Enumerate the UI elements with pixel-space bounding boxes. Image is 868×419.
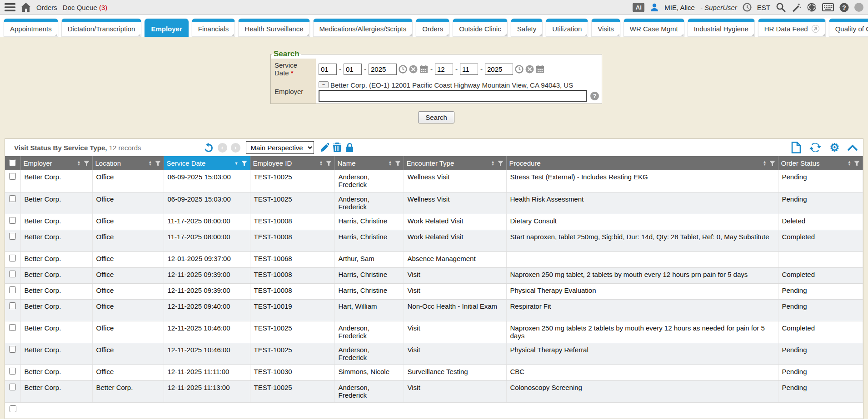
row-checkbox[interactable] (9, 233, 16, 240)
home-icon[interactable] (21, 3, 31, 12)
cell-encounter-type: Surveillance Testing (404, 365, 506, 380)
employer-search-input[interactable] (319, 90, 587, 102)
col-header-order-status[interactable]: Order Status▲▼ (778, 156, 863, 170)
avatar[interactable] (854, 3, 863, 12)
tab-dictation-transcription[interactable]: Dictation/Transcription (61, 19, 142, 37)
breadcrumb-doc-queue[interactable]: Doc Queue (3) (63, 4, 107, 11)
tab-employer[interactable]: Employer (145, 19, 188, 37)
filter-icon[interactable] (84, 161, 90, 166)
col-header-procedure[interactable]: Procedure▲▼ (506, 156, 778, 170)
cell-service-date: 12-11-2025 09:40:00 (164, 299, 250, 321)
filter-icon[interactable] (854, 161, 860, 166)
footer-checkbox[interactable] (10, 405, 16, 412)
tab-safety[interactable]: Safety (511, 19, 543, 37)
search-button[interactable]: Search (418, 111, 454, 123)
date-from-month[interactable] (319, 64, 337, 75)
search-icon[interactable] (776, 2, 786, 12)
tab-wr-case-mgmt[interactable]: WR Case Mgmt (624, 19, 684, 37)
col-header-employer[interactable]: Employer▲▼ (20, 156, 92, 170)
filter-icon[interactable] (498, 161, 504, 166)
clear-date-icon[interactable] (525, 65, 534, 74)
perspective-forward-icon[interactable]: › (231, 143, 240, 153)
cell-location: Office (92, 170, 164, 192)
filter-icon[interactable] (155, 161, 161, 166)
perspective-select[interactable]: Main Perspective (246, 141, 314, 154)
user-name[interactable]: MIE, Alice (664, 4, 695, 11)
row-checkbox[interactable] (9, 346, 16, 353)
filter-icon[interactable] (395, 161, 401, 166)
row-checkbox[interactable] (9, 255, 16, 261)
col-header-location[interactable]: Location▲▼ (92, 156, 164, 170)
row-checkbox[interactable] (9, 324, 16, 331)
collapse-grid-icon[interactable] (848, 144, 858, 151)
tab-visits[interactable]: Visits (591, 19, 620, 37)
undo-icon[interactable] (203, 142, 214, 153)
date-from-day[interactable] (344, 64, 362, 75)
date-from-year[interactable] (369, 64, 397, 75)
tab-hr-data-feed[interactable]: HR Data Feed (758, 19, 826, 37)
time-picker-icon[interactable] (399, 65, 407, 74)
service-date-label: Service Date* (271, 59, 316, 79)
user-icon[interactable] (650, 3, 659, 12)
calendar-icon[interactable] (419, 65, 428, 74)
date-to-day[interactable] (460, 64, 478, 75)
tab-quality-of-care[interactable]: Quality of Care (829, 19, 868, 37)
globe-icon[interactable] (807, 2, 817, 12)
row-checkbox[interactable] (9, 286, 16, 293)
filter-icon[interactable] (326, 161, 332, 166)
date-to-month[interactable] (435, 64, 453, 75)
col-header-encounter-type[interactable]: Encounter Type▲▼ (404, 156, 506, 170)
time-picker-icon[interactable] (515, 65, 524, 74)
row-checkbox[interactable] (9, 173, 16, 180)
row-checkbox[interactable] (9, 384, 16, 390)
clock-icon[interactable] (743, 3, 752, 12)
cell-name: Arthur, Sam (334, 251, 404, 267)
tab-appointments[interactable]: Appointments (4, 19, 58, 37)
user-role: - SuperUser (700, 4, 737, 11)
col-header-name[interactable]: Name▲▼ (334, 156, 404, 170)
refresh-icon[interactable] (809, 142, 821, 153)
breadcrumb-orders[interactable]: Orders (36, 4, 57, 11)
keyboard-icon[interactable] (822, 3, 834, 11)
tab-outside-clinic[interactable]: Outside Clinic (453, 19, 508, 37)
date-to-year[interactable] (485, 64, 513, 75)
select-all-checkbox[interactable] (9, 159, 16, 166)
employer-help-icon[interactable]: ? (590, 92, 599, 100)
new-document-icon[interactable] (791, 142, 801, 153)
help-icon[interactable]: ? (839, 3, 849, 12)
tab-financials[interactable]: Financials (192, 19, 235, 37)
gear-icon[interactable]: ⚙ (829, 141, 839, 154)
lock-icon[interactable] (345, 143, 354, 153)
tab-utilization[interactable]: Utilization (546, 19, 588, 37)
magic-wand-icon[interactable] (791, 2, 801, 12)
cell-procedure: Stress Test (External) - Includes Restin… (506, 170, 778, 192)
table-row: Better Corp.Office12-11-2025 10:46:00TES… (5, 343, 863, 365)
delete-perspective-icon[interactable] (333, 143, 342, 153)
tab-orders[interactable]: Orders (416, 19, 449, 37)
row-checkbox[interactable] (9, 302, 16, 309)
cell-employer: Better Corp. (20, 299, 92, 321)
filter-icon[interactable] (769, 161, 775, 166)
hamburger-menu-icon[interactable] (5, 3, 15, 11)
col-header-employee-id[interactable]: Employee ID▲▼ (250, 156, 334, 170)
external-link-icon (812, 25, 819, 33)
tab-medications-allergies-scripts[interactable]: Medications/Allergies/Scripts (313, 19, 413, 37)
cell-location: Office (92, 299, 164, 321)
page-body: Search Service Date* - - (0, 49, 868, 419)
calendar-icon[interactable] (536, 65, 544, 74)
filter-icon[interactable] (241, 161, 247, 166)
tab-industrial-hygiene[interactable]: Industrial Hygiene (688, 19, 755, 37)
clear-date-icon[interactable] (409, 65, 418, 74)
required-asterisk: * (291, 69, 294, 77)
collapse-employer-button[interactable]: − (319, 81, 329, 88)
col-header-service-date[interactable]: Service Date▼ (164, 156, 250, 170)
cell-order-status: Pending (778, 170, 863, 192)
row-checkbox[interactable] (9, 195, 16, 202)
ai-badge[interactable]: AI (633, 3, 644, 12)
tab-health-surveillance[interactable]: Health Surveillance (238, 19, 309, 37)
row-checkbox[interactable] (9, 217, 16, 224)
edit-perspective-icon[interactable] (319, 143, 329, 153)
row-checkbox[interactable] (9, 368, 16, 375)
perspective-back-icon[interactable]: ‹ (218, 143, 227, 153)
row-checkbox[interactable] (9, 271, 16, 277)
